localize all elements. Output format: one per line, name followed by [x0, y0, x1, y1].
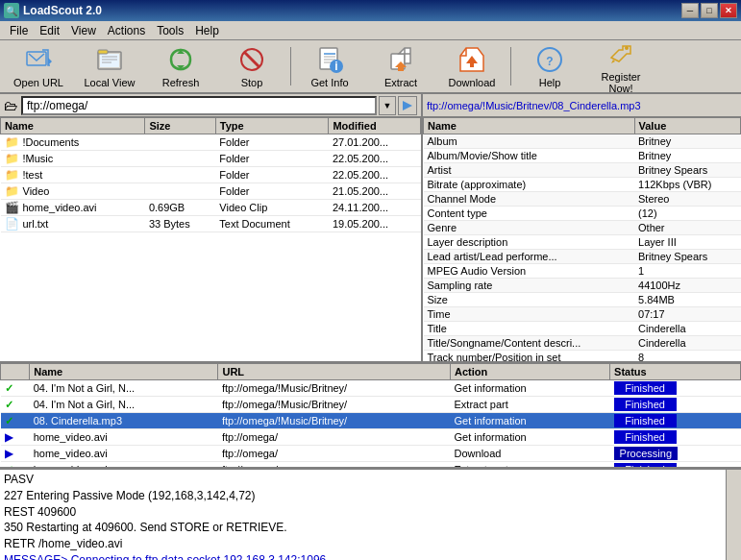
prop-value: Layer III — [634, 235, 740, 250]
queue-check: ✓ — [1, 380, 30, 397]
prop-row: Channel Mode Stereo — [424, 192, 741, 207]
queue-table-wrap: Name URL Action Status ✓ 04. I'm Not a G… — [0, 363, 741, 467]
queue-status: Finished — [610, 429, 741, 446]
prop-row: Layer description Layer III — [424, 235, 741, 250]
prop-row: Sampling rate 44100Hz — [424, 279, 741, 293]
file-size — [145, 183, 215, 200]
prop-value: (12) — [634, 207, 740, 221]
props-col-value[interactable]: Value — [634, 118, 740, 134]
queue-action: Download — [451, 446, 610, 462]
queue-check: ▶ — [1, 446, 30, 462]
menu-item-help[interactable]: Help — [189, 23, 225, 38]
prop-value: Britney — [634, 149, 740, 163]
prop-value: Britney Spears — [634, 163, 740, 178]
queue-name: home_video.avi — [30, 446, 218, 462]
file-size — [145, 167, 215, 183]
extract-icon — [385, 44, 416, 75]
register-button[interactable]: Register Now! — [586, 42, 655, 90]
svg-text:i: i — [334, 60, 337, 73]
queue-url: ftp://omega/ — [218, 446, 451, 462]
file-modified: 19.05.200... — [329, 216, 421, 232]
queue-col-status[interactable]: Status — [610, 364, 741, 380]
queue-col-url[interactable]: URL — [218, 364, 451, 380]
prop-value: 44100Hz — [634, 279, 740, 293]
prop-row: Size 5.84MB — [424, 293, 741, 307]
local-view-button[interactable]: Local View — [75, 42, 144, 90]
left-address-input[interactable] — [21, 96, 377, 115]
file-name: 📁Video — [1, 183, 145, 200]
right-address-bar: ftp://omega/!Music/Britnev/08_Cinderella… — [423, 94, 741, 117]
file-name: 📄url.txt — [1, 216, 145, 232]
close-button[interactable]: ✕ — [720, 3, 737, 18]
prop-name: Artist — [424, 163, 635, 178]
queue-col-action[interactable]: Action — [451, 364, 610, 380]
prop-value: Cinderella — [634, 336, 740, 351]
download-label: Download — [449, 77, 496, 88]
stop-button[interactable]: Stop — [217, 42, 286, 90]
prop-row: Genre Other — [424, 221, 741, 235]
menu-item-actions[interactable]: Actions — [102, 23, 151, 38]
help-icon: ? — [534, 44, 565, 75]
help-button[interactable]: ? Help — [515, 42, 584, 90]
extract-button[interactable]: Extract — [366, 42, 435, 90]
prop-name: Time — [424, 307, 635, 322]
queue-check: ▶ — [1, 429, 30, 446]
file-row[interactable]: 📁!test Folder 22.05.200... — [1, 167, 421, 183]
prop-row: Album/Movie/Show title Britney — [424, 149, 741, 163]
prop-row: Lead artist/Lead performe... Britney Spe… — [424, 250, 741, 264]
file-row[interactable]: 📁!Music Folder 22.05.200... — [1, 151, 421, 167]
right-address-link[interactable]: ftp://omega/!Music/Britnev/08_Cinderella… — [427, 100, 641, 111]
stop-label: Stop — [241, 77, 263, 88]
log-scrollbar[interactable] — [726, 470, 741, 560]
file-modified: 27.01.200... — [329, 134, 421, 151]
open-url-icon — [23, 44, 54, 75]
menu-item-edit[interactable]: Edit — [34, 23, 65, 38]
address-go-button[interactable] — [398, 96, 417, 115]
queue-row[interactable]: ✓ 04. I'm Not a Girl, N... ftp://omega/!… — [1, 380, 741, 397]
svg-marker-26 — [403, 101, 412, 110]
queue-status: Processing — [610, 446, 741, 462]
file-row[interactable]: 📁!Documents Folder 27.01.200... — [1, 134, 421, 151]
menu-item-tools[interactable]: Tools — [151, 23, 189, 38]
address-dropdown-button[interactable]: ▼ — [379, 96, 396, 115]
prop-value: 5.84MB — [634, 293, 740, 307]
prop-row: Time 07:17 — [424, 307, 741, 322]
file-type: Folder — [215, 167, 329, 183]
file-modified: 22.05.200... — [329, 167, 421, 183]
extract-label: Extract — [384, 77, 417, 88]
queue-col-name[interactable]: Name — [30, 364, 218, 380]
svg-marker-1 — [48, 58, 52, 65]
file-row[interactable]: 📁Video Folder 21.05.200... — [1, 183, 421, 200]
queue-row[interactable]: ✓ home_video.avi ftp://omega/ Extract pa… — [1, 462, 741, 468]
queue-action: Extract part — [451, 397, 610, 413]
queue-row[interactable]: ▶ home_video.avi ftp://omega/ Get inform… — [1, 429, 741, 446]
col-modified[interactable]: Modified — [329, 118, 421, 134]
help-label: Help — [539, 77, 561, 88]
refresh-button[interactable]: Refresh — [146, 42, 215, 90]
maximize-button[interactable]: □ — [701, 3, 718, 18]
svg-line-9 — [244, 52, 259, 67]
queue-status: Finished — [610, 397, 741, 413]
minimize-button[interactable]: ─ — [681, 3, 699, 18]
download-button[interactable]: Download — [437, 42, 506, 90]
col-size[interactable]: Size — [145, 118, 215, 134]
file-name: 🎬home_video.avi — [1, 200, 145, 216]
local-view-label: Local View — [85, 77, 136, 88]
props-col-name[interactable]: Name — [424, 118, 635, 134]
open-url-button[interactable]: Open URL — [4, 42, 73, 90]
queue-row[interactable]: ▶ home_video.avi ftp://omega/ Download P… — [1, 446, 741, 462]
file-row[interactable]: 📄url.txt 33 Bytes Text Document 19.05.20… — [1, 216, 421, 232]
queue-name: 04. I'm Not a Girl, N... — [30, 397, 218, 413]
queue-col-check[interactable] — [1, 364, 30, 380]
menu-bar: FileEditViewActionsToolsHelp — [0, 21, 741, 40]
queue-row[interactable]: ✓ 04. I'm Not a Girl, N... ftp://omega/!… — [1, 397, 741, 413]
file-row[interactable]: 🎬home_video.avi 0.69GB Video Clip 24.11.… — [1, 200, 421, 216]
col-name[interactable]: Name — [1, 118, 145, 134]
queue-row[interactable]: ✓ 08. Cinderella.mp3 ftp://omega/!Music/… — [1, 413, 741, 429]
menu-item-view[interactable]: View — [65, 23, 102, 38]
get-info-button[interactable]: i Get Info — [295, 42, 364, 90]
col-type[interactable]: Type — [215, 118, 329, 134]
file-size — [145, 151, 215, 167]
app-title: LoadScout 2.0 — [23, 4, 681, 17]
menu-item-file[interactable]: File — [4, 23, 34, 38]
